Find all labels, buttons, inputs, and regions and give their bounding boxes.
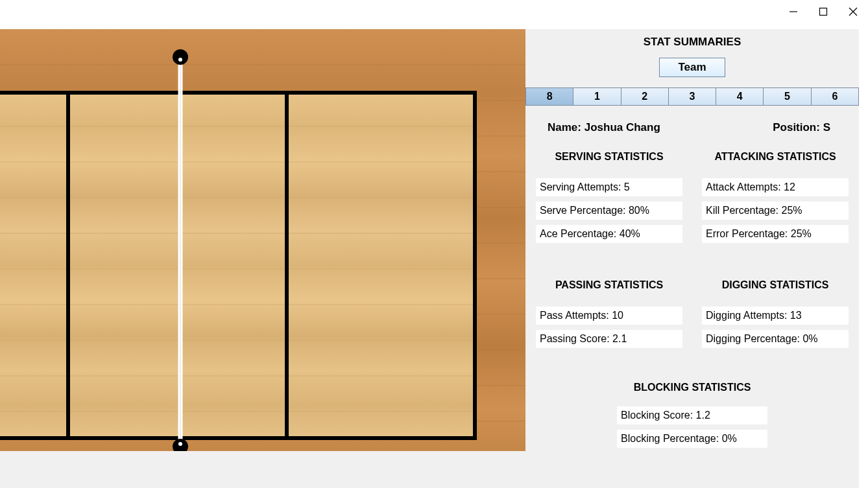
passing-header: PASSING STATISTICS bbox=[536, 279, 682, 291]
passing-column: PASSING STATISTICS Pass Attempts: 10 Pas… bbox=[536, 277, 682, 353]
maximize-button[interactable] bbox=[808, 2, 838, 21]
blocking-header: BLOCKING STATISTICS bbox=[525, 382, 859, 393]
player-tab-6[interactable]: 6 bbox=[812, 88, 858, 105]
close-button[interactable] bbox=[838, 2, 868, 21]
blocking-score: Blocking Score: 1.2 bbox=[617, 406, 767, 424]
svg-rect-16 bbox=[0, 91, 477, 440]
attack-attempts: Attack Attempts: 12 bbox=[702, 178, 849, 196]
player-tab-4[interactable]: 4 bbox=[716, 88, 764, 105]
kill-percentage: Kill Percentage: 25% bbox=[702, 202, 849, 220]
court-panel bbox=[0, 29, 525, 488]
digging-attempts: Digging Attempts: 13 bbox=[702, 307, 849, 325]
stats-panel: STAT SUMMARIES Team 8 1 2 3 4 5 6 Name: … bbox=[525, 29, 859, 488]
svg-point-33 bbox=[173, 49, 188, 65]
ace-percentage: Ace Percentage: 40% bbox=[536, 225, 682, 243]
player-tab-3[interactable]: 3 bbox=[669, 88, 716, 105]
minimize-button[interactable] bbox=[778, 2, 808, 21]
serving-attempts: Serving Attempts: 5 bbox=[536, 178, 682, 196]
serving-column: SERVING STATISTICS Serving Attempts: 5 S… bbox=[536, 148, 682, 248]
player-tab-1[interactable]: 1 bbox=[573, 88, 621, 105]
attacking-header: ATTACKING STATISTICS bbox=[702, 151, 849, 163]
svg-point-34 bbox=[178, 58, 182, 62]
player-name: Name: Joshua Chang bbox=[548, 121, 660, 134]
svg-rect-1 bbox=[820, 8, 827, 16]
serving-header: SERVING STATISTICS bbox=[536, 151, 682, 163]
serve-percentage: Serve Percentage: 80% bbox=[536, 202, 682, 220]
blocking-percentage: Blocking Percentage: 0% bbox=[617, 430, 767, 448]
player-position: Position: S bbox=[773, 121, 843, 134]
error-percentage: Error Percentage: 25% bbox=[702, 225, 849, 243]
pass-attempts: Pass Attempts: 10 bbox=[536, 307, 682, 325]
team-button[interactable]: Team bbox=[659, 58, 725, 77]
blocking-section: BLOCKING STATISTICS Blocking Score: 1.2 … bbox=[525, 382, 859, 453]
player-tab-5[interactable]: 5 bbox=[764, 88, 811, 105]
player-tab-8[interactable]: 8 bbox=[526, 88, 573, 105]
attacking-column: ATTACKING STATISTICS Attack Attempts: 12… bbox=[702, 148, 849, 248]
window-titlebar bbox=[778, 0, 868, 23]
svg-point-36 bbox=[178, 442, 182, 446]
stat-summaries-title: STAT SUMMARIES bbox=[525, 36, 859, 49]
player-tabs: 8 1 2 3 4 5 6 bbox=[525, 87, 859, 106]
passing-score: Passing Score: 2.1 bbox=[536, 330, 682, 348]
volleyball-court-diagram bbox=[0, 29, 525, 451]
digging-header: DIGGING STATISTICS bbox=[702, 279, 849, 291]
app-body: STAT SUMMARIES Team 8 1 2 3 4 5 6 Name: … bbox=[0, 29, 859, 488]
player-tab-2[interactable]: 2 bbox=[621, 88, 669, 105]
digging-column: DIGGING STATISTICS Digging Attempts: 13 … bbox=[702, 277, 849, 353]
player-info: Name: Joshua Chang Position: S bbox=[525, 121, 859, 148]
digging-percentage: Digging Percentage: 0% bbox=[702, 330, 849, 348]
